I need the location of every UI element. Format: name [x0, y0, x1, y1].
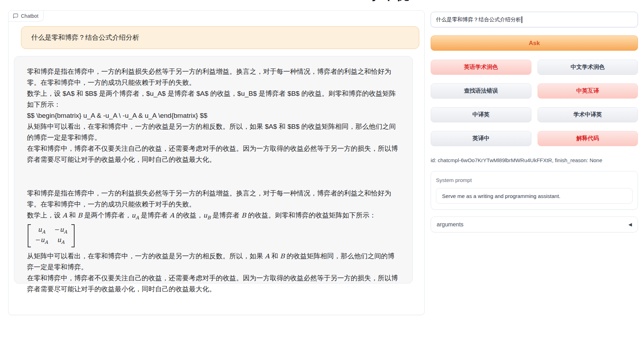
function-button[interactable]: 学术中译英: [537, 107, 638, 122]
bot-message-bubble: 零和博弈是指在博弈中，一方的利益损失必然等于另一方的利益增益。换言之，对于每一种…: [14, 56, 413, 284]
function-button-grid: 英语学术润色中文学术润色查找语法错误中英互译中译英学术中译英英译中解释代码: [431, 60, 638, 146]
payoff-matrix: uA−uA−uAuA: [28, 224, 75, 247]
question-input-value: 什么是零和博弈？结合公式介绍分析: [436, 16, 521, 23]
bot-paragraph: 在零和博弈中，博弈者不仅要关注自己的收益，还需要考虑对手的收益。因为一方取得的收…: [27, 273, 400, 295]
function-button[interactable]: 英译中: [431, 131, 531, 146]
page-title-clipped: ChatGPT 学术优化: [298, 0, 415, 3]
accordion-label: arguments: [437, 221, 464, 228]
bot-paragraph: $$ \begin{bmatrix} u_A & -u_A \ -u_A & u…: [27, 110, 400, 121]
user-message-bubble: 什么是零和博弈？结合公式介绍分析: [21, 26, 419, 49]
function-button[interactable]: 中英互译: [537, 83, 638, 99]
control-column: 什么是零和博弈？结合公式介绍分析 Ask 英语学术润色中文学术润色查找语法错误中…: [431, 0, 638, 232]
ask-button-label: Ask: [529, 40, 540, 47]
chevron-left-icon: ◀: [628, 222, 632, 227]
user-message-text: 什么是零和博弈？结合公式介绍分析: [31, 33, 139, 42]
text-cursor: [522, 16, 522, 23]
arguments-accordion[interactable]: arguments ◀: [431, 216, 638, 232]
chat-bubble-icon: [13, 13, 18, 19]
bot-paragraph: 在零和博弈中，博弈者不仅要关注自己的收益，还需要考虑对手的收益。因为一方取得的收…: [27, 143, 400, 165]
question-input[interactable]: 什么是零和博弈？结合公式介绍分析: [431, 12, 638, 27]
chatbot-label-text: Chatbot: [21, 13, 38, 19]
function-button[interactable]: 中译英: [431, 107, 531, 122]
bot-paragraph: 从矩阵中可以看出，在零和博弈中，一方的收益是另一方的相反数。所以，如果 A 和 …: [27, 251, 400, 273]
bot-paragraph: 零和博弈是指在博弈中，一方的利益损失必然等于另一方的利益增益。换言之，对于每一种…: [27, 66, 400, 88]
bot-paragraph: 数学上，设 A 和 B 是两个博弈者，uA 是博弈者 A 的收益，uB 是博弈者…: [27, 210, 400, 223]
chatbot-panel: Chatbot 什么是零和博弈？结合公式介绍分析 零和博弈是指在博弈中，一方的利…: [8, 10, 425, 315]
function-button[interactable]: 英语学术润色: [431, 60, 531, 75]
system-prompt-input[interactable]: Serve me as a writing and programming as…: [436, 188, 633, 204]
status-line: id: chatcmpl-6wOo7KrYTwMl89lbrMWRu4UkFFX…: [431, 157, 638, 164]
function-button[interactable]: 中文学术润色: [537, 60, 638, 75]
ask-button[interactable]: Ask: [431, 35, 638, 51]
function-button[interactable]: 查找语法错误: [431, 83, 531, 99]
system-prompt-panel: System prompt Serve me as a writing and …: [431, 171, 638, 210]
system-prompt-label: System prompt: [436, 176, 633, 184]
bot-paragraph: 从矩阵中可以看出，在零和博弈中，一方的收益是另一方的相反数。所以，如果 $A$ …: [27, 121, 400, 143]
bot-paragraph: 数学上，设 $A$ 和 $B$ 是两个博弈者，$u_A$ 是博弈者 $A$ 的收…: [27, 88, 400, 110]
system-prompt-value: Serve me as a writing and programming as…: [442, 193, 560, 199]
bot-message: 零和博弈是指在博弈中，一方的利益损失必然等于另一方的利益增益。换言之，对于每一种…: [27, 66, 400, 295]
chatbot-panel-label: Chatbot: [9, 11, 44, 22]
function-button[interactable]: 解释代码: [537, 131, 638, 146]
bot-paragraph: 零和博弈是指在博弈中，一方的利益损失必然等于另一方的利益增益。换言之，对于每一种…: [27, 188, 400, 210]
